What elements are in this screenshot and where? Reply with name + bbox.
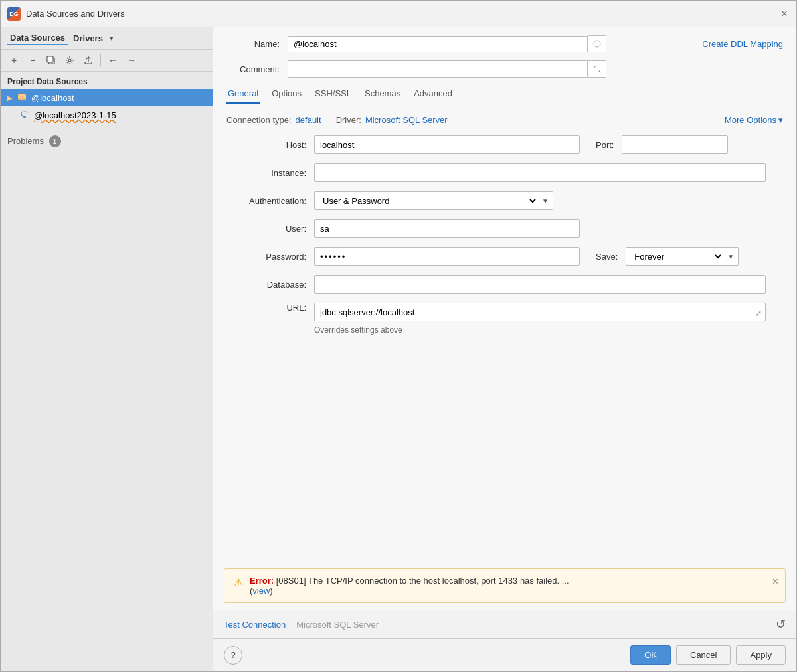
- apply-button[interactable]: Apply: [736, 645, 786, 665]
- problems-section: Problems 1: [1, 129, 213, 154]
- save-label: Save:: [596, 252, 618, 262]
- name-input[interactable]: [288, 36, 588, 52]
- host-label: Host:: [226, 140, 306, 150]
- forward-button[interactable]: →: [124, 52, 139, 68]
- svg-point-5: [18, 98, 26, 100]
- dialog-title: Data Sources and Drivers: [26, 9, 779, 19]
- left-nav: Data Sources Drivers ▾: [1, 27, 213, 50]
- tree-expand-icon: ▶: [7, 94, 13, 102]
- name-options-button[interactable]: [588, 35, 606, 52]
- ok-button[interactable]: OK: [630, 645, 671, 665]
- auth-row: Authentication: User & Password Windows …: [226, 191, 783, 210]
- error-warning-icon: ⚠: [234, 576, 243, 589]
- test-connection-button[interactable]: Test Connection: [224, 620, 286, 630]
- nav-dropdown-icon[interactable]: ▾: [110, 34, 114, 42]
- auth-label: Authentication:: [226, 196, 306, 206]
- tab-general[interactable]: General: [226, 86, 260, 104]
- content-area: Connection type: default Driver: Microso…: [213, 104, 796, 568]
- tab-advanced[interactable]: Advanced: [412, 86, 454, 104]
- auth-select[interactable]: User & Password Windows Credentials No a…: [315, 195, 538, 207]
- comment-row: Comment:: [213, 58, 796, 80]
- auth-select-wrap: User & Password Windows Credentials No a…: [314, 191, 553, 210]
- instance-input[interactable]: [314, 163, 766, 182]
- problems-badge: 1: [49, 135, 61, 147]
- main-layout: Data Sources Drivers ▾ + −: [1, 27, 796, 671]
- more-options-button[interactable]: More Options ▾: [725, 115, 783, 125]
- back-button[interactable]: ←: [105, 52, 121, 68]
- tabs: General Options SSH/SSL Schemas Advanced: [213, 80, 796, 104]
- tree-item-localhost-2023[interactable]: @localhost2023-1-15: [1, 106, 213, 124]
- password-label: Password:: [226, 252, 306, 262]
- url-expand-icon[interactable]: ⤢: [755, 309, 762, 318]
- url-label: URL:: [226, 303, 306, 313]
- url-input-wrap: ⤢: [314, 303, 766, 321]
- title-bar: DG Data Sources and Drivers ×: [1, 1, 796, 27]
- connection-type-label: Connection type:: [226, 115, 292, 125]
- comment-label: Comment:: [226, 64, 280, 74]
- error-message: [08S01] The TCP/IP connection to the hos…: [276, 576, 569, 586]
- instance-row: Instance:: [226, 163, 783, 182]
- tab-options[interactable]: Options: [270, 86, 303, 104]
- error-bold: Error:: [250, 576, 274, 586]
- url-input[interactable]: [314, 303, 766, 321]
- driver-name-label: Microsoft SQL Server: [296, 620, 379, 630]
- connection-type-row: Connection type: default Driver: Microso…: [226, 115, 783, 125]
- port-input[interactable]: [622, 135, 728, 154]
- svg-point-8: [594, 41, 600, 47]
- comment-input-wrap: [288, 60, 606, 78]
- user-label: User:: [226, 224, 306, 234]
- svg-point-9: [595, 42, 599, 46]
- tree-item-localhost-2023-label: @localhost2023-1-15: [34, 110, 116, 120]
- host-input[interactable]: [314, 135, 580, 154]
- error-close-button[interactable]: ×: [772, 576, 778, 588]
- help-button[interactable]: ?: [224, 646, 242, 665]
- url-note: Overrides settings above: [226, 325, 783, 335]
- password-input[interactable]: [314, 247, 580, 266]
- remove-button[interactable]: −: [25, 52, 41, 68]
- add-button[interactable]: +: [6, 52, 22, 68]
- database-icon: [17, 92, 27, 103]
- action-buttons: ? OK Cancel Apply: [213, 638, 796, 671]
- comment-expand-button[interactable]: [588, 60, 606, 78]
- database-label: Database:: [226, 280, 306, 290]
- name-label: Name:: [226, 39, 280, 49]
- tab-drivers[interactable]: Drivers: [70, 32, 106, 44]
- auth-arrow-icon: ▼: [538, 197, 553, 205]
- left-panel: Data Sources Drivers ▾ + −: [1, 27, 213, 671]
- svg-point-2: [68, 59, 71, 62]
- close-button[interactable]: ×: [779, 9, 790, 19]
- database-row: Database:: [226, 275, 783, 294]
- toolbar: + −: [1, 50, 213, 72]
- svg-rect-1: [47, 56, 53, 62]
- host-row: Host: Port:: [226, 135, 783, 154]
- refresh-button[interactable]: ↺: [776, 617, 786, 631]
- create-ddl-link[interactable]: Create DDL Mapping: [702, 39, 783, 49]
- tree-item-localhost[interactable]: ▶ @localhost: [1, 89, 213, 106]
- project-data-sources-header: Project Data Sources: [1, 72, 213, 89]
- error-view-link[interactable]: view: [252, 586, 270, 596]
- tab-sshssl[interactable]: SSH/SSL: [313, 86, 353, 104]
- driver-value[interactable]: Microsoft SQL Server: [365, 115, 448, 125]
- user-row: User:: [226, 219, 783, 238]
- cancel-button[interactable]: Cancel: [676, 645, 731, 665]
- comment-input[interactable]: [288, 60, 588, 78]
- app-icon: DG: [7, 7, 21, 21]
- more-options-label: More Options: [725, 115, 776, 125]
- connection-type-value[interactable]: default: [296, 115, 321, 125]
- right-panel: Name: Create DDL Mapping Comment:: [213, 27, 796, 671]
- toolbar-separator: [100, 54, 101, 66]
- export-button[interactable]: [80, 52, 96, 68]
- svg-point-7: [23, 116, 26, 118]
- tab-data-sources[interactable]: Data Sources: [7, 31, 68, 45]
- copy-button[interactable]: [43, 52, 59, 68]
- more-options-chevron: ▾: [778, 115, 783, 125]
- user-input[interactable]: [314, 219, 580, 238]
- tab-schemas[interactable]: Schemas: [363, 86, 402, 104]
- database-input[interactable]: [314, 275, 766, 294]
- name-row: Name: Create DDL Mapping: [213, 27, 796, 58]
- bottom-bar: Test Connection Microsoft SQL Server ↺: [213, 610, 796, 638]
- settings-button[interactable]: [62, 52, 78, 68]
- save-select[interactable]: Forever Until restart Never: [626, 251, 723, 262]
- password-row: Password: Save: Forever Until restart Ne…: [226, 247, 783, 266]
- error-bar: ⚠ Error: [08S01] The TCP/IP connection t…: [224, 568, 786, 603]
